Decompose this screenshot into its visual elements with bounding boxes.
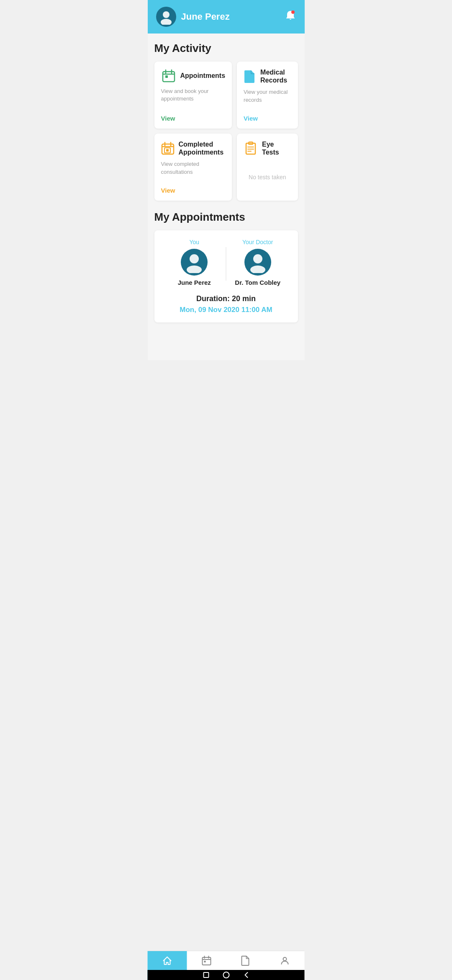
header-left: June Perez [156,7,230,27]
doctor-person: Your Doctor Dr. Tom Cobley [226,239,290,286]
header: June Perez [148,0,305,34]
calendar-orange-icon [161,141,175,156]
svg-point-19 [190,254,199,263]
svg-point-2 [291,10,295,14]
completed-appointments-card: Completed Appointments View completed co… [154,134,232,201]
completed-appointments-card-header: Completed Appointments [161,140,226,156]
svg-point-22 [250,266,265,273]
svg-point-0 [163,11,170,18]
document-blue-icon [244,69,256,84]
svg-point-20 [187,266,202,273]
main-content: My Activity Appointments View and book y… [148,34,305,360]
svg-rect-7 [165,75,168,78]
activity-grid: Appointments View and book your appointm… [154,62,298,201]
completed-appointments-card-title: Completed Appointments [179,140,226,156]
medical-records-view-link[interactable]: View [244,115,291,122]
patient-label: You [189,239,199,245]
appointment-people: You June Perez Your Doctor Dr. [163,239,290,286]
completed-appointments-view-link[interactable]: View [161,187,226,194]
medical-records-card-header: Medical Records [244,68,291,84]
patient-person: You June Perez [163,239,226,286]
svg-point-1 [161,19,172,25]
appointments-card-header: Appointments [161,68,226,83]
appointments-card-title: Appointments [180,72,226,80]
eye-tests-card-title: Eye Tests [262,140,291,156]
avatar [156,7,176,27]
header-username: June Perez [181,11,230,22]
appointment-detail-card: You June Perez Your Doctor Dr. [154,230,298,322]
svg-point-21 [253,254,262,263]
appointments-section-title: My Appointments [154,211,298,224]
svg-rect-3 [163,72,175,82]
eye-tests-card-header: Eye Tests [244,140,291,156]
appointments-card-desc: View and book your appointments [161,88,226,111]
svg-rect-13 [166,149,169,152]
doctor-name: Dr. Tom Cobley [235,279,280,286]
medical-records-card-title: Medical Records [260,68,291,84]
appointments-card: Appointments View and book your appointm… [154,62,232,129]
eye-tests-no-data: No tests taken [244,160,291,194]
eye-tests-card: Eye Tests No tests taken [237,134,298,201]
medical-records-card: Medical Records View your medical record… [237,62,298,129]
appointment-datetime: Mon, 09 Nov 2020 11:00 AM [163,306,290,314]
notification-bell-icon[interactable] [285,10,296,24]
calendar-green-icon [161,68,176,83]
doctor-label: Your Doctor [242,239,273,245]
clipboard-orange-icon [244,141,258,156]
doctor-avatar [244,249,271,276]
activity-section-title: My Activity [154,42,298,55]
appointments-view-link[interactable]: View [161,115,226,122]
patient-avatar [181,249,208,276]
patient-name: June Perez [178,279,211,286]
completed-appointments-card-desc: View completed consultations [161,160,226,183]
appointment-duration: Duration: 20 min [163,294,290,303]
medical-records-card-desc: View your medical records [244,88,291,111]
